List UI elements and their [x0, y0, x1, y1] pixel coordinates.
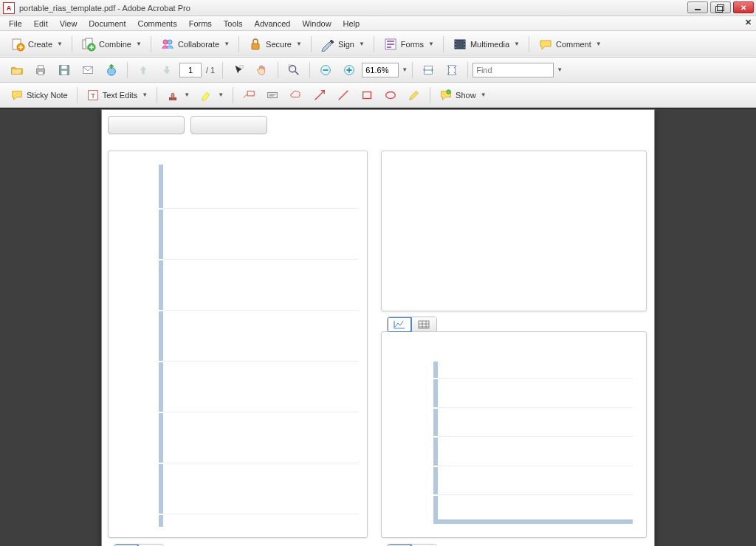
chart-view-toggle[interactable] — [387, 317, 412, 333]
topright-view-toggle — [387, 317, 437, 333]
email-button[interactable] — [77, 61, 99, 80]
menu-file[interactable]: File — [3, 18, 28, 30]
chart-x-axis — [433, 519, 633, 524]
arrow-button[interactable] — [309, 86, 331, 105]
fit-page-button[interactable] — [441, 61, 463, 80]
fit-page-icon — [445, 63, 458, 77]
page-up-button[interactable] — [132, 61, 154, 80]
window-restore-button[interactable] — [710, 1, 731, 13]
pencil-button[interactable] — [403, 86, 425, 105]
multimedia-button[interactable]: Multimedia▼ — [448, 35, 524, 54]
table-view-toggle[interactable] — [411, 317, 436, 332]
globe-upload-icon — [105, 63, 118, 77]
zoom-out-button[interactable] — [315, 61, 337, 80]
arrow-up-icon — [137, 63, 150, 77]
save-button[interactable] — [53, 61, 75, 80]
envelope-icon — [81, 63, 94, 77]
secure-label: Secure — [266, 40, 292, 49]
separator — [77, 87, 78, 103]
forms-label: Forms — [401, 40, 424, 49]
fit-width-button[interactable] — [417, 61, 439, 80]
cloud-button[interactable] — [285, 86, 307, 105]
separator — [529, 36, 529, 52]
separator — [157, 87, 157, 103]
window-close-button[interactable] — [733, 1, 754, 13]
combine-label: Combine — [99, 40, 131, 49]
highlight-button[interactable]: ▼ — [196, 86, 228, 105]
show-button[interactable]: Show▼ — [435, 86, 490, 105]
document-close-x[interactable]: ✕ — [745, 18, 752, 27]
cloud-shape-icon — [289, 89, 303, 102]
rectangle-button[interactable] — [356, 86, 378, 105]
svg-rect-39 — [247, 91, 254, 95]
page-number-input[interactable] — [179, 63, 202, 77]
menu-tools[interactable]: Tools — [218, 18, 249, 30]
form-button-1[interactable] — [108, 116, 185, 134]
menu-edit[interactable]: Edit — [28, 18, 54, 30]
svg-rect-38 — [170, 97, 176, 100]
collaborate-button[interactable]: Collaborate▼ — [156, 35, 234, 54]
fit-width-icon — [422, 63, 435, 77]
create-button[interactable]: Create▼ — [6, 35, 67, 54]
menu-view[interactable]: View — [54, 18, 83, 30]
chart-y-axis — [433, 362, 438, 522]
multimedia-film-icon — [453, 37, 467, 52]
svg-point-16 — [455, 44, 456, 44]
combine-button[interactable]: Combine▼ — [77, 35, 146, 54]
line-annot-icon — [337, 89, 350, 102]
svg-point-43 — [447, 89, 450, 93]
document-viewport[interactable]: △ — [0, 109, 756, 546]
svg-rect-7 — [252, 44, 259, 49]
separator — [151, 36, 151, 52]
open-button[interactable] — [6, 61, 28, 80]
stamp-button[interactable]: ▼ — [162, 86, 194, 105]
svg-rect-41 — [363, 91, 371, 98]
svg-rect-10 — [387, 44, 394, 45]
secure-button[interactable]: Secure▼ — [244, 35, 306, 54]
text-edits-button[interactable]: T Text Edits▼ — [82, 86, 153, 105]
menu-advanced[interactable]: Advanced — [249, 18, 297, 30]
form-button-2[interactable] — [190, 116, 267, 134]
menu-help[interactable]: Help — [337, 18, 366, 30]
forms-button[interactable]: Forms▼ — [379, 35, 439, 54]
magnifier-marquee-icon — [287, 63, 300, 77]
line-button[interactable] — [332, 86, 354, 105]
comment-toolbar: Sticky Note T Text Edits▼ ▼ ▼ Show▼ — [0, 83, 756, 108]
callout-button[interactable] — [238, 86, 260, 105]
folder-open-icon — [10, 63, 24, 77]
chart-y-axis — [159, 165, 163, 527]
sign-button[interactable]: Sign▼ — [316, 35, 369, 54]
sticky-note-button[interactable]: Sticky Note — [6, 86, 72, 105]
oval-annot-icon — [384, 89, 397, 102]
create-pdf-icon — [10, 37, 25, 52]
svg-rect-11 — [387, 46, 391, 48]
menu-window[interactable]: Window — [296, 18, 337, 30]
zoom-in-button[interactable] — [338, 61, 360, 80]
multimedia-label: Multimedia — [470, 40, 509, 49]
zoom-level-input[interactable] — [362, 63, 399, 77]
pdf-page[interactable]: △ — [101, 109, 655, 546]
highlighter-icon — [200, 89, 213, 102]
svg-point-20 — [464, 46, 464, 47]
textbox-icon — [266, 89, 279, 102]
find-dropdown-arrow[interactable]: ▼ — [557, 66, 563, 73]
menu-document[interactable]: Document — [83, 18, 131, 30]
comment-button[interactable]: Comment▼ — [534, 35, 606, 54]
menu-forms[interactable]: Forms — [183, 18, 218, 30]
textbox-button[interactable] — [261, 86, 284, 105]
hand-tool-button[interactable] — [251, 61, 273, 80]
zoom-dropdown-arrow[interactable]: ▼ — [402, 66, 408, 73]
menu-comments[interactable]: Comments — [132, 18, 183, 30]
select-tool-button[interactable] — [227, 61, 250, 80]
window-minimize-button[interactable] — [687, 1, 708, 13]
marquee-zoom-button[interactable] — [283, 61, 305, 80]
rectangle-annot-icon — [360, 89, 374, 102]
find-input[interactable] — [472, 63, 554, 77]
print-button[interactable] — [30, 61, 52, 80]
page-down-button[interactable] — [156, 61, 178, 80]
comment-bubble-icon — [538, 37, 553, 52]
oval-button[interactable] — [379, 86, 402, 105]
sign-label: Sign — [338, 40, 354, 49]
minus-circle-icon — [319, 63, 332, 77]
share-button[interactable] — [100, 61, 123, 80]
